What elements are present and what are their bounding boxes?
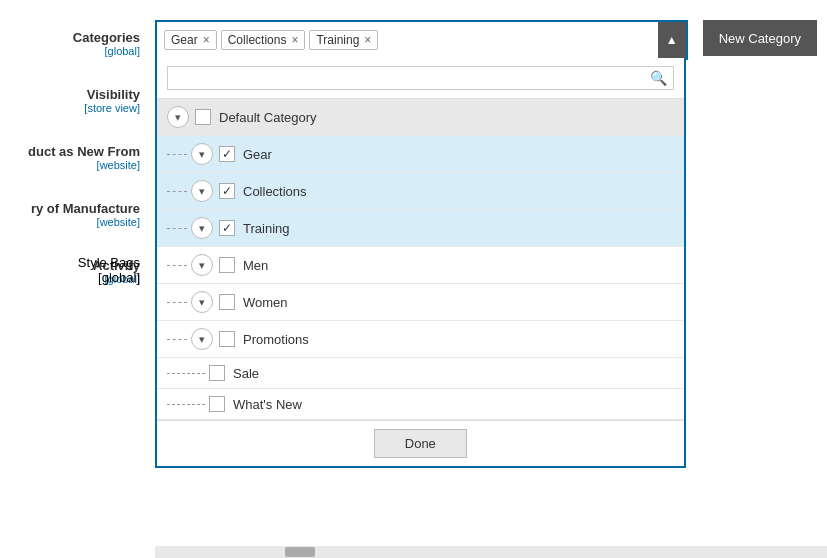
categories-label: Categories bbox=[0, 30, 140, 45]
checkbox-women[interactable] bbox=[219, 294, 235, 310]
tag-gear-label: Gear bbox=[171, 33, 198, 47]
category-name-collections: Collections bbox=[243, 184, 307, 199]
scroll-thumb[interactable] bbox=[285, 547, 315, 557]
expand-men-icon[interactable]: ▾ bbox=[191, 254, 213, 276]
category-name-promotions: Promotions bbox=[243, 332, 309, 347]
tag-training-close[interactable]: × bbox=[364, 33, 371, 47]
checkbox-gear[interactable] bbox=[219, 146, 235, 162]
checkbox-sale[interactable] bbox=[209, 365, 225, 381]
page-wrapper: Categories [global] Visibility [store vi… bbox=[0, 0, 827, 558]
checkbox-whats-new[interactable] bbox=[209, 396, 225, 412]
bottom-scrollbar[interactable] bbox=[155, 546, 827, 558]
connector-women bbox=[167, 302, 187, 303]
sidebar-item-categories: Categories [global] bbox=[0, 30, 150, 57]
categories-sub: [global] bbox=[0, 45, 140, 57]
connector-whats-new bbox=[167, 404, 205, 405]
expand-training-icon[interactable]: ▾ bbox=[191, 217, 213, 239]
checkbox-default[interactable] bbox=[195, 109, 211, 125]
category-name-sale: Sale bbox=[233, 366, 259, 381]
category-name-default: Default Category bbox=[219, 110, 317, 125]
main-content: Gear × Collections × Training × ▲ bbox=[155, 20, 817, 70]
category-item-men: ▾ Men bbox=[157, 247, 684, 284]
sidebar-labels: Categories [global] Visibility [store vi… bbox=[0, 30, 150, 315]
tag-training[interactable]: Training × bbox=[309, 30, 378, 50]
category-item-whats-new: What's New bbox=[157, 389, 684, 420]
style-bags-sub: [global] bbox=[0, 270, 140, 285]
expand-default-icon[interactable]: ▾ bbox=[167, 106, 189, 128]
category-name-women: Women bbox=[243, 295, 288, 310]
connector-training bbox=[167, 228, 187, 229]
connector-promotions bbox=[167, 339, 187, 340]
expand-collections-icon[interactable]: ▾ bbox=[191, 180, 213, 202]
category-item-collections: ▾ Collections bbox=[157, 173, 684, 210]
category-name-men: Men bbox=[243, 258, 268, 273]
category-item-promotions: ▾ Promotions bbox=[157, 321, 684, 358]
chevron-up-icon: ▲ bbox=[666, 33, 678, 47]
manufacture-sub: [website] bbox=[0, 216, 140, 228]
category-name-whats-new: What's New bbox=[233, 397, 302, 412]
category-item-training: ▾ Training bbox=[157, 210, 684, 247]
visibility-label: Visibility bbox=[0, 87, 140, 102]
tag-training-label: Training bbox=[316, 33, 359, 47]
checkbox-promotions[interactable] bbox=[219, 331, 235, 347]
search-input[interactable] bbox=[174, 71, 650, 86]
category-list: ▾ Default Category ▾ Gear bbox=[157, 99, 684, 420]
expand-gear-icon[interactable]: ▾ bbox=[191, 143, 213, 165]
category-item-sale: Sale bbox=[157, 358, 684, 389]
new-from-label: duct as New From bbox=[0, 144, 140, 159]
categories-tags: Gear × Collections × Training × bbox=[157, 22, 686, 58]
connector-sale bbox=[167, 373, 205, 374]
categories-row: Gear × Collections × Training × ▲ bbox=[155, 20, 817, 60]
category-item-gear: ▾ Gear bbox=[157, 136, 684, 173]
tag-collections[interactable]: Collections × bbox=[221, 30, 306, 50]
category-name-gear: Gear bbox=[243, 147, 272, 162]
tag-collections-label: Collections bbox=[228, 33, 287, 47]
tag-gear[interactable]: Gear × bbox=[164, 30, 217, 50]
sidebar-item-visibility: Visibility [store view] bbox=[0, 87, 150, 114]
search-row: 🔍 bbox=[157, 58, 684, 99]
connector-collections bbox=[167, 191, 187, 192]
style-bags-label: Style Bags bbox=[0, 255, 140, 270]
new-category-button[interactable]: New Category bbox=[703, 20, 817, 56]
sidebar-item-style-bags: Style Bags [global] bbox=[0, 255, 150, 285]
connector-men bbox=[167, 265, 187, 266]
checkbox-men[interactable] bbox=[219, 257, 235, 273]
tag-collections-close[interactable]: × bbox=[291, 33, 298, 47]
search-input-wrap: 🔍 bbox=[167, 66, 674, 90]
checkbox-training[interactable] bbox=[219, 220, 235, 236]
done-row: Done bbox=[157, 420, 684, 466]
tag-gear-close[interactable]: × bbox=[203, 33, 210, 47]
categories-dropdown-wrapper[interactable]: Gear × Collections × Training × ▲ bbox=[155, 20, 688, 60]
manufacture-label: ry of Manufacture bbox=[0, 201, 140, 216]
category-item-default: ▾ Default Category bbox=[157, 99, 684, 136]
search-icon: 🔍 bbox=[650, 70, 667, 86]
expand-promotions-icon[interactable]: ▾ bbox=[191, 328, 213, 350]
sidebar-item-manufacture: ry of Manufacture [website] bbox=[0, 201, 150, 228]
done-button[interactable]: Done bbox=[374, 429, 467, 458]
dropdown-panel: 🔍 ▾ Default Category ▾ bbox=[155, 58, 686, 468]
expand-women-icon[interactable]: ▾ bbox=[191, 291, 213, 313]
connector-gear bbox=[167, 154, 187, 155]
checkbox-collections[interactable] bbox=[219, 183, 235, 199]
category-name-training: Training bbox=[243, 221, 289, 236]
dropdown-arrow[interactable]: ▲ bbox=[658, 22, 686, 58]
visibility-sub: [store view] bbox=[0, 102, 140, 114]
new-from-sub: [website] bbox=[0, 159, 140, 171]
sidebar-item-new-from: duct as New From [website] bbox=[0, 144, 150, 171]
category-item-women: ▾ Women bbox=[157, 284, 684, 321]
